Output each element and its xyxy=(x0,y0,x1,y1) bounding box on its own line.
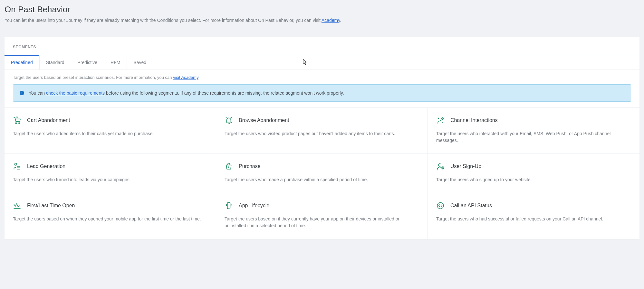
svg-point-6 xyxy=(438,163,441,166)
card-user-signup[interactable]: User Sign-Up Target the users who signed… xyxy=(428,154,639,193)
tab-desc-pre: Target the users based on preset interac… xyxy=(13,75,173,80)
bell-icon xyxy=(225,116,233,125)
card-head: Channel Interactions xyxy=(436,116,631,125)
banner-post: before using the following segments. If … xyxy=(105,90,344,96)
card-desc: Target the users who made a purchase wit… xyxy=(225,176,419,183)
tab-saved[interactable]: Saved xyxy=(127,55,153,70)
card-title: User Sign-Up xyxy=(450,163,481,169)
banner-link[interactable]: check the basic requirements xyxy=(46,90,105,96)
card-purchase[interactable]: Purchase Target the users who made a pur… xyxy=(216,154,428,193)
card-desc: Target the users based on if they curren… xyxy=(225,216,419,229)
tab-desc-link[interactable]: visit Academy xyxy=(173,75,198,80)
card-desc: Target the users who had successful or f… xyxy=(436,216,631,222)
card-app-lifecycle[interactable]: App Lifecycle Target the users based on … xyxy=(216,193,428,239)
card-head: App Lifecycle xyxy=(225,201,419,210)
card-title: App Lifecycle xyxy=(239,203,269,209)
card-lead-generation[interactable]: Lead Generation Target the users who tur… xyxy=(5,154,216,193)
segments-label: SEGMENTS xyxy=(5,37,639,55)
svg-point-2 xyxy=(438,118,438,118)
page-subtitle-pre: You can let the users into your Journey … xyxy=(5,18,322,23)
segments-panel: SEGMENTS Predefined Standard Predictive … xyxy=(5,37,639,239)
card-desc: Target the users based on when they open… xyxy=(13,216,207,222)
segment-tabs: Predefined Standard Predictive RFM Saved xyxy=(5,55,639,70)
card-head: Purchase xyxy=(225,162,419,171)
info-icon xyxy=(20,91,24,95)
page-subtitle-post: . xyxy=(340,18,341,23)
card-desc: Target the users who visited product pag… xyxy=(225,130,419,137)
page-header: On Past Behavior You can let the users i… xyxy=(5,5,639,29)
tab-desc-post: . xyxy=(198,75,200,80)
phone-icon xyxy=(225,201,233,210)
spark-icon xyxy=(436,116,445,125)
tab-rfm[interactable]: RFM xyxy=(104,55,127,70)
academy-link[interactable]: Academy xyxy=(322,18,340,23)
user-plus-icon xyxy=(436,162,445,171)
svg-point-1 xyxy=(19,123,20,124)
card-cart-abandonment[interactable]: Cart Abandonment Target the users who ad… xyxy=(5,108,216,154)
card-head: Lead Generation xyxy=(13,162,207,171)
cart-icon xyxy=(13,116,21,125)
card-title: Call an API Status xyxy=(450,203,492,209)
card-desc: Target the users who turned into leads v… xyxy=(13,176,207,183)
svg-point-4 xyxy=(14,163,17,165)
api-icon xyxy=(436,201,445,210)
card-head: First/Last Time Open xyxy=(13,201,207,210)
card-title: Cart Abandonment xyxy=(27,117,70,123)
card-desc: Target the users who interacted with you… xyxy=(436,130,631,144)
page-subtitle: You can let the users into your Journey … xyxy=(5,18,639,23)
card-title: Browse Abandonment xyxy=(239,117,289,123)
tab-description: Target the users based on preset interac… xyxy=(5,70,639,84)
timeline-icon xyxy=(13,201,21,210)
svg-point-3 xyxy=(442,122,443,123)
card-desc: Target the users who added items to thei… xyxy=(13,130,207,137)
segment-grid: Cart Abandonment Target the users who ad… xyxy=(5,107,639,239)
banner-pre: You can xyxy=(29,90,46,96)
card-title: Purchase xyxy=(239,163,261,169)
card-call-api-status[interactable]: Call an API Status Target the users who … xyxy=(428,193,639,239)
requirements-banner: You can check the basic requirements bef… xyxy=(13,84,631,102)
card-head: Browse Abandonment xyxy=(225,116,419,125)
card-head: User Sign-Up xyxy=(436,162,631,171)
svg-point-0 xyxy=(15,123,16,124)
card-first-last-open[interactable]: First/Last Time Open Target the users ba… xyxy=(5,193,216,239)
card-title: Lead Generation xyxy=(27,163,65,169)
tab-standard[interactable]: Standard xyxy=(40,55,71,70)
lead-icon xyxy=(13,162,21,171)
tab-predefined[interactable]: Predefined xyxy=(5,55,40,70)
svg-point-9 xyxy=(437,202,444,209)
card-title: First/Last Time Open xyxy=(27,203,75,209)
page-title: On Past Behavior xyxy=(5,5,639,14)
card-browse-abandonment[interactable]: Browse Abandonment Target the users who … xyxy=(216,108,428,154)
card-title: Channel Interactions xyxy=(450,117,498,123)
card-head: Call an API Status xyxy=(436,201,631,210)
card-desc: Target the users who signed up to your w… xyxy=(436,176,631,183)
bag-icon xyxy=(225,162,233,171)
card-head: Cart Abandonment xyxy=(13,116,207,125)
card-channel-interactions[interactable]: Channel Interactions Target the users wh… xyxy=(428,108,639,154)
svg-point-5 xyxy=(228,167,229,167)
banner-text: You can check the basic requirements bef… xyxy=(29,90,344,96)
tab-predictive[interactable]: Predictive xyxy=(71,55,104,70)
